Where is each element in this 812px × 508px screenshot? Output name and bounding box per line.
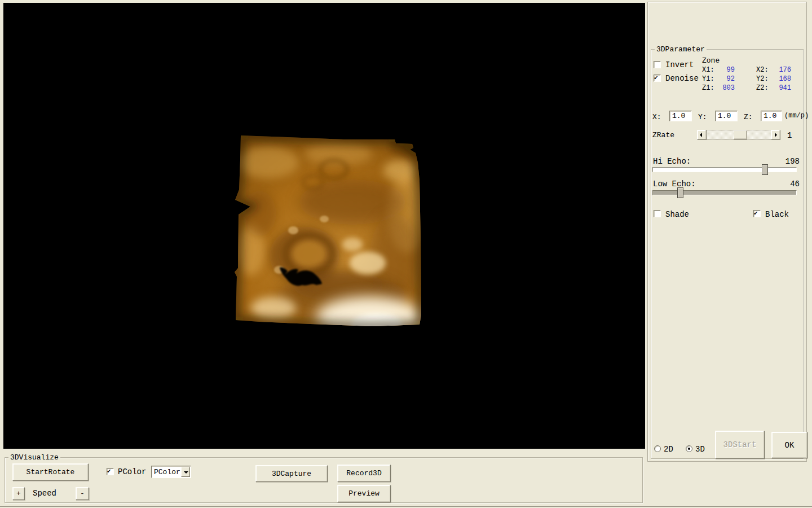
scale-z-input[interactable]	[761, 111, 782, 121]
zone-z1-label: Z1:	[702, 85, 714, 92]
black-checkbox-label: Black	[765, 211, 789, 218]
scale-unit-label: (mm/p)	[784, 112, 809, 120]
hi-echo-label: Hi Echo:	[653, 157, 691, 165]
scale-y-input[interactable]	[715, 111, 738, 121]
visualize-group-title: 3DVisualize	[8, 453, 60, 462]
black-checkbox[interactable]	[753, 210, 761, 217]
start-3d-button[interactable]: 3DStart	[715, 431, 765, 459]
zrate-scroll-left-button[interactable]	[697, 130, 707, 140]
mode-2d-radio[interactable]	[654, 445, 661, 452]
zrate-scrollbar[interactable]	[697, 130, 780, 140]
hi-echo-slider[interactable]	[652, 167, 797, 172]
zone-title: Zone	[702, 57, 720, 65]
mode-3d-radio-label: 3D	[695, 445, 705, 453]
scale-y-label: Y:	[698, 113, 707, 121]
zrate-scroll-right-button[interactable]	[771, 130, 780, 140]
speed-minus-button[interactable]: -	[76, 487, 89, 500]
zone-y2-value: 168	[771, 76, 791, 83]
params-panel: 3DParameter Invert Denoise Zone X1: 99 X…	[647, 2, 807, 462]
arrow-right-icon	[775, 133, 777, 137]
denoise-checkbox-label: Denoise	[665, 75, 699, 82]
invert-checkbox-label: Invert	[665, 61, 694, 69]
visualize-groupbox: 3DVisualize StartRotate PColor PColor + …	[5, 457, 643, 503]
start-rotate-button[interactable]: StartRotate	[12, 463, 89, 481]
invert-checkbox[interactable]	[654, 61, 661, 68]
zone-y1-label: Y1:	[702, 76, 714, 83]
mode-3d-radio[interactable]	[686, 445, 692, 452]
mode-2d-radio-label: 2D	[664, 445, 673, 453]
render-viewport[interactable]	[3, 3, 645, 449]
zone-y2-label: Y2:	[756, 76, 769, 83]
hi-echo-value: 198	[785, 157, 800, 165]
hi-echo-slider-thumb[interactable]	[762, 164, 768, 175]
pcolor-checkbox[interactable]	[107, 468, 114, 475]
scale-z-label: Z:	[744, 113, 753, 121]
low-echo-label: Low Echo:	[653, 180, 696, 188]
zone-x2-label: X2:	[756, 67, 769, 74]
low-echo-slider-thumb[interactable]	[677, 187, 683, 198]
params-group-title: 3DParameter	[655, 45, 707, 54]
zone-x1-label: X1:	[702, 67, 714, 74]
zone-x1-value: 99	[714, 67, 735, 74]
denoise-checkbox[interactable]	[654, 75, 661, 82]
zone-z2-value: 941	[771, 85, 791, 92]
scale-x-input[interactable]	[669, 111, 692, 121]
pcolor-dropdown-value: PColor	[154, 468, 180, 476]
zrate-value: 1	[787, 132, 792, 139]
chevron-down-icon	[184, 471, 188, 474]
capture-3d-button[interactable]: 3DCapture	[255, 465, 328, 482]
low-echo-value: 46	[790, 180, 800, 188]
zrate-scroll-thumb[interactable]	[734, 130, 747, 139]
scale-x-label: X:	[652, 113, 661, 121]
speed-label: Speed	[33, 489, 56, 497]
speed-plus-button[interactable]: +	[12, 487, 25, 500]
zone-y1-value: 92	[714, 76, 735, 83]
ultrasound-3d-render	[226, 129, 429, 332]
preview-button[interactable]: Preview	[337, 485, 391, 502]
ok-button[interactable]: OK	[771, 432, 807, 458]
app-window: { "colors": { "bg": "#ECE9D8", "viewport…	[0, 0, 812, 508]
arrow-left-icon	[700, 133, 702, 137]
zrate-label: ZRate	[652, 132, 674, 139]
low-echo-slider[interactable]	[652, 190, 797, 195]
zrate-scroll-track[interactable]	[707, 130, 771, 140]
record-3d-button[interactable]: Record3D	[337, 465, 391, 482]
window-bottom-edge	[0, 506, 812, 507]
shade-checkbox-label: Shade	[665, 211, 689, 218]
pcolor-dropdown[interactable]: PColor	[151, 466, 191, 478]
pcolor-checkbox-label: PColor	[118, 468, 146, 476]
dropdown-arrow-button[interactable]	[181, 467, 190, 477]
zone-z1-value: 803	[714, 85, 735, 92]
shade-checkbox[interactable]	[654, 210, 661, 217]
zone-x2-value: 176	[771, 67, 791, 74]
zone-z2-label: Z2:	[756, 85, 769, 92]
params-groupbox: 3DParameter Invert Denoise Zone X1: 99 X…	[651, 49, 804, 459]
